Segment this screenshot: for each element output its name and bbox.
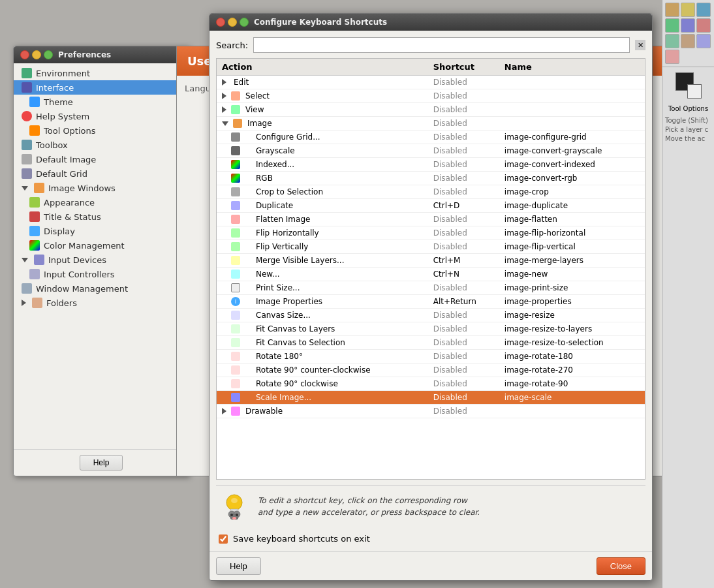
table-row[interactable]: Flatten Image xyxy=(217,213,428,226)
prefs-minimize-button[interactable] xyxy=(32,50,41,59)
table-row[interactable]: Image xyxy=(217,117,428,131)
table-row[interactable]: Edit xyxy=(217,76,428,89)
pick-text: Pick a layer c xyxy=(665,126,708,133)
table-row[interactable]: Indexed... xyxy=(217,158,428,172)
tool-icon-8[interactable] xyxy=(681,34,695,48)
save-checkbox[interactable] xyxy=(219,534,228,544)
table-row[interactable]: Grayscale xyxy=(217,144,428,158)
tool-icon-1[interactable] xyxy=(665,3,679,17)
shortcut-cell: Ctrl+N xyxy=(428,268,499,281)
table-row[interactable]: Fit Canvas to Selection xyxy=(217,336,428,350)
table-row[interactable]: Scale Image... xyxy=(217,391,428,405)
table-row[interactable]: View xyxy=(217,103,428,117)
name-cell: image-print-size xyxy=(499,281,645,295)
draw-icon xyxy=(231,407,240,416)
sidebar-item-toolbox[interactable]: Toolbox xyxy=(14,138,189,152)
action-label: Fit Canvas to Layers xyxy=(256,324,335,333)
sidebar-item-display[interactable]: Display xyxy=(14,224,189,238)
prefs-maximize-button[interactable] xyxy=(44,50,53,59)
tool-icon-7[interactable] xyxy=(665,34,679,48)
table-row[interactable]: iImage Properties xyxy=(217,295,428,309)
action-label: Configure Grid... xyxy=(256,132,320,142)
table-row[interactable]: Fit Canvas to Layers xyxy=(217,322,428,336)
sidebar-item-title-status[interactable]: Title & Status xyxy=(14,209,189,224)
table-row[interactable]: Rotate 180° xyxy=(217,350,428,364)
table-row[interactable]: Crop to Selection xyxy=(217,185,428,199)
kbd-dialog: Configure Keyboard Shortcuts Search: ✕ A… xyxy=(209,13,653,581)
sidebar-item-color-management[interactable]: Color Management xyxy=(14,238,189,253)
sidebar-item-input-devices[interactable]: Input Devices xyxy=(14,253,189,267)
kbd-minimize-button[interactable] xyxy=(228,18,237,27)
sidebar-item-label: Display xyxy=(44,226,75,236)
tool-icon-2[interactable] xyxy=(681,3,695,17)
name-cell xyxy=(499,405,645,418)
svg-point-4 xyxy=(231,498,238,503)
tool-icon-4[interactable] xyxy=(665,18,679,33)
table-row[interactable]: Merge Visible Layers... xyxy=(217,254,428,268)
sidebar-item-interface[interactable]: Interface xyxy=(14,80,189,95)
sidebar-item-default-grid[interactable]: Default Grid xyxy=(14,166,189,181)
appear-icon xyxy=(29,197,40,208)
expand-closed-icon xyxy=(222,408,226,414)
kbd-close-button[interactable] xyxy=(216,18,225,27)
table-row[interactable]: Flip Vertically xyxy=(217,240,428,254)
sidebar-item-window-management[interactable]: Window Management xyxy=(14,281,189,296)
search-input[interactable] xyxy=(253,37,630,53)
shortcut-cell: Disabled xyxy=(428,213,499,226)
table-row[interactable]: Rotate 90° clockwise xyxy=(217,377,428,391)
kbd-help-button[interactable]: Help xyxy=(216,557,261,575)
color-selector[interactable] xyxy=(675,72,702,99)
rot-icon xyxy=(231,365,240,375)
sidebar-item-default-image[interactable]: Default Image xyxy=(14,152,189,166)
sidebar-item-theme[interactable]: Theme xyxy=(14,95,189,109)
shortcut-cell: Ctrl+D xyxy=(428,199,499,213)
sidebar-item-appearance[interactable]: Appearance xyxy=(14,195,189,209)
name-cell xyxy=(499,103,645,117)
tool-options-content: Toggle (Shift) Pick a layer c Move the a… xyxy=(662,114,714,146)
shortcuts-table-container[interactable]: Action Shortcut Name EditDisabledSelectD… xyxy=(216,58,645,480)
table-row[interactable]: Duplicate xyxy=(217,199,428,213)
table-row[interactable]: Configure Grid... xyxy=(217,131,428,144)
sidebar-item-input-controllers[interactable]: Input Controllers xyxy=(14,267,189,281)
sidebar-item-folders[interactable]: Folders xyxy=(14,296,189,310)
name-cell xyxy=(499,117,645,131)
action-label: Print Size... xyxy=(256,283,300,292)
flip-icon xyxy=(231,228,240,238)
name-cell: image-flip-vertical xyxy=(499,240,645,254)
sidebar-item-help[interactable]: Help System xyxy=(14,109,189,123)
hint-area: To edit a shortcut key, click on the cor… xyxy=(216,485,645,527)
tool-icon-9[interactable] xyxy=(696,34,711,48)
col-action: Action xyxy=(217,59,428,76)
action-label: Rotate 180° xyxy=(256,352,303,361)
tool-icon-6[interactable] xyxy=(696,18,711,33)
sidebar-item-label: Default Image xyxy=(36,155,96,164)
prefs-close-button[interactable] xyxy=(20,50,29,59)
table-row[interactable]: Canvas Size... xyxy=(217,309,428,322)
table-row[interactable]: Rotate 90° counter-clockwise xyxy=(217,364,428,377)
sidebar-item-environment[interactable]: Environment xyxy=(14,66,189,80)
tool-icon-10[interactable] xyxy=(665,50,679,64)
table-row[interactable]: Select xyxy=(217,89,428,103)
kbd-close-dialog-button[interactable]: Close xyxy=(597,557,645,575)
table-row[interactable]: Print Size... xyxy=(217,281,428,295)
shortcut-cell: Disabled xyxy=(428,350,499,364)
prefs-help-button[interactable]: Help xyxy=(80,455,123,471)
sidebar-item-image-windows[interactable]: Image Windows xyxy=(14,181,189,195)
kbd-maximize-button[interactable] xyxy=(240,18,249,27)
tool-icon-5[interactable] xyxy=(681,18,695,33)
search-clear-button[interactable]: ✕ xyxy=(635,40,645,50)
right-panel: Tool Options Toggle (Shift) Pick a layer… xyxy=(662,0,714,588)
table-row[interactable]: Flip Horizontally xyxy=(217,226,428,240)
table-row[interactable]: Drawable xyxy=(217,405,428,418)
table-row[interactable]: RGB xyxy=(217,172,428,185)
action-label: New... xyxy=(256,270,280,279)
new-icon xyxy=(231,270,240,279)
expand-icon xyxy=(22,300,26,306)
tool-icon-3[interactable] xyxy=(696,3,711,17)
kbd-footer: Help Close xyxy=(210,551,652,580)
table-row[interactable]: New... xyxy=(217,268,428,281)
action-label: Flatten Image xyxy=(256,215,310,224)
sidebar-item-tool-options[interactable]: Tool Options xyxy=(14,123,189,138)
right-toolbar xyxy=(662,0,714,67)
grid-icon xyxy=(231,132,240,142)
